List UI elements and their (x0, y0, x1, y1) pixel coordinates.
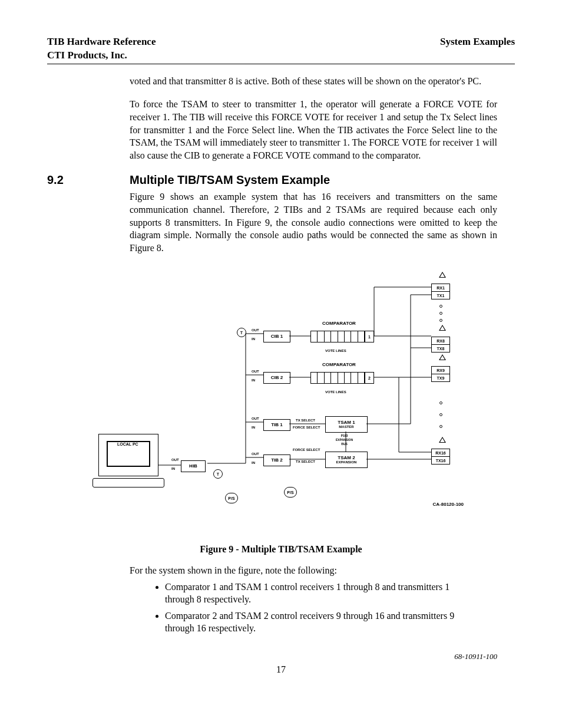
vote-lines-label: VOTE LINES (325, 348, 346, 353)
out-label: OUT (171, 457, 179, 462)
header-company: CTI Products, Inc. (47, 49, 156, 62)
local-pc-box (98, 434, 158, 476)
comp2-num: 2 (365, 372, 374, 384)
antenna-icon (439, 272, 446, 278)
in-label: IN (252, 425, 255, 430)
out-label: OUT (252, 369, 259, 374)
out-label: OUT (252, 416, 259, 421)
footer-doc-number: 68-10911-100 (47, 651, 515, 662)
figure-9-diagram: LOCAL PC HIB OUT IN T T CIB 1 OUT IN COM… (92, 272, 470, 531)
rx1-box: RX1 (431, 284, 450, 292)
in-label: IN (252, 460, 255, 465)
section-title: Multiple TIB/TSAM System Example (130, 172, 330, 188)
tib2-box: TIB 2 (263, 454, 290, 466)
page-number: 17 (47, 663, 515, 676)
t-circle: T (213, 469, 223, 479)
body-content: voted and that transmitter 8 is active. … (130, 75, 497, 162)
vote-lines-label: VOTE LINES (325, 390, 346, 394)
keyboard-shape (92, 478, 164, 487)
body-content: Figure 9 shows an example system that ha… (130, 190, 497, 254)
header-title: TIB Hardware Reference (47, 35, 156, 49)
in-label: IN (171, 466, 175, 471)
tx-select-label: TX SELECT (296, 459, 315, 464)
comparator-label: COMPARATOR (322, 362, 356, 368)
ellipsis-dot (439, 413, 442, 416)
tx-select-label: TX SELECT (296, 418, 315, 423)
force-select-label: FORCE SELECT (293, 425, 320, 430)
section-number: 9.2 (47, 172, 130, 188)
comp1-num: 1 (365, 331, 374, 342)
figure-caption: Figure 9 - Multiple TIB/TSAM Example (47, 543, 515, 556)
tsam1-box: TSAM 1 MASTER (325, 416, 368, 433)
antenna-icon (439, 325, 446, 331)
force-select-label: FORCE SELECT (293, 447, 320, 452)
ellipsis-dot (439, 305, 442, 308)
p103-label: P103 EXPANSION BUS (336, 434, 353, 446)
tx8-box: TX8 (431, 344, 450, 353)
rx9-box: RX9 (431, 366, 450, 374)
in-label: IN (252, 378, 255, 383)
tsam2-box: TSAM 2 EXPANSION (325, 452, 368, 468)
ellipsis-dot (439, 319, 442, 322)
drawing-number: CA-80120-100 (433, 502, 464, 508)
paragraph: voted and that transmitter 8 is active. … (130, 75, 497, 88)
list-item: Comparator 2 and TSAM 2 control receiver… (165, 610, 515, 635)
ps-circle: P/S (284, 487, 297, 498)
paragraph: For the system shown in the figure, note… (130, 564, 497, 577)
header-right: System Examples (440, 35, 515, 62)
rx16-box: RX16 (431, 449, 450, 457)
antenna-icon (439, 437, 446, 443)
page-header: TIB Hardware Reference CTI Products, Inc… (47, 35, 515, 64)
tib1-box: TIB 1 (263, 419, 290, 431)
tx16-box: TX16 (431, 456, 450, 465)
local-pc-label: LOCAL PC (117, 442, 138, 447)
comparator-label: COMPARATOR (322, 321, 356, 327)
ps-circle: P/S (225, 493, 238, 503)
t-circle: T (237, 328, 246, 337)
header-left: TIB Hardware Reference CTI Products, Inc… (47, 35, 156, 62)
body-content: For the system shown in the figure, note… (130, 564, 497, 577)
bullet-list: Comparator 1 and TSAM 1 control receiver… (165, 581, 515, 635)
comparator2-strip (310, 372, 365, 384)
tx9-box: TX9 (431, 374, 450, 382)
list-item: Comparator 1 and TSAM 1 control receiver… (165, 581, 515, 606)
connector-lines (92, 272, 470, 531)
paragraph: Figure 9 shows an example system that ha… (130, 190, 497, 254)
section-heading: 9.2 Multiple TIB/TSAM System Example (47, 172, 515, 188)
cib2-box: CIB 2 (263, 372, 290, 384)
ellipsis-dot (439, 425, 442, 428)
ellipsis-dot (439, 312, 442, 315)
out-label: OUT (252, 328, 259, 332)
hib-box: HIB (181, 460, 206, 472)
ellipsis-dot (439, 401, 442, 404)
paragraph: To force the TSAM to steer to transmitte… (130, 98, 497, 162)
out-label: OUT (252, 452, 259, 456)
cib1-box: CIB 1 (263, 331, 290, 342)
tx1-box: TX1 (431, 291, 450, 299)
in-label: IN (252, 337, 255, 341)
rx8-box: RX8 (431, 337, 450, 345)
comparator1-strip (310, 331, 365, 342)
antenna-icon (439, 354, 446, 360)
